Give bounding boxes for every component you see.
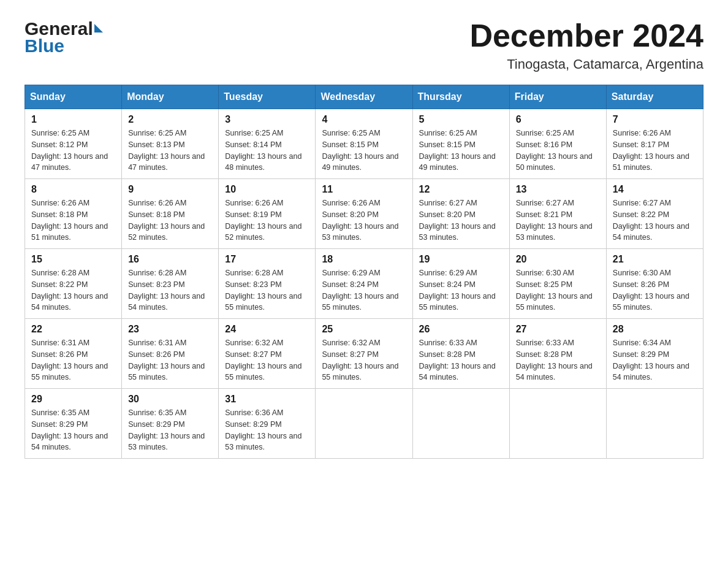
sunset-label: Sunset: 8:15 PM (322, 140, 378, 149)
daylight-label: Daylight: 13 hours and 54 minutes. (31, 432, 108, 452)
sunset-label: Sunset: 8:14 PM (225, 140, 281, 149)
daylight-label: Daylight: 13 hours and 54 minutes. (516, 362, 593, 382)
sunset-label: Sunset: 8:29 PM (128, 420, 184, 429)
sunrise-label: Sunrise: 6:33 AM (419, 339, 477, 347)
header-sunday: Sunday (25, 85, 122, 109)
day-number: 6 (516, 114, 600, 125)
table-row: 6 Sunrise: 6:25 AM Sunset: 8:16 PM Dayli… (509, 109, 606, 179)
day-number: 3 (225, 114, 309, 125)
sunrise-label: Sunrise: 6:25 AM (225, 129, 283, 137)
day-number: 14 (613, 184, 697, 195)
day-number: 18 (322, 254, 406, 265)
day-number: 20 (516, 254, 600, 265)
day-number: 1 (31, 114, 115, 125)
table-row: 18 Sunrise: 6:29 AM Sunset: 8:24 PM Dayl… (316, 249, 412, 319)
table-row: 22 Sunrise: 6:31 AM Sunset: 8:26 PM Dayl… (25, 319, 122, 389)
table-row: 8 Sunrise: 6:26 AM Sunset: 8:18 PM Dayli… (25, 179, 122, 249)
table-row: 11 Sunrise: 6:26 AM Sunset: 8:20 PM Dayl… (316, 179, 412, 249)
daylight-label: Daylight: 13 hours and 54 minutes. (613, 362, 689, 382)
sunset-label: Sunset: 8:20 PM (322, 210, 378, 219)
sunset-label: Sunset: 8:26 PM (128, 350, 184, 359)
sunset-label: Sunset: 8:21 PM (516, 210, 572, 219)
daylight-label: Daylight: 13 hours and 52 minutes. (225, 222, 301, 242)
table-row (316, 389, 412, 459)
sunrise-label: Sunrise: 6:26 AM (225, 199, 283, 207)
day-number: 8 (31, 184, 115, 195)
page-header: General Blue December 2024 Tinogasta, Ca… (25, 18, 703, 72)
sunset-label: Sunset: 8:28 PM (419, 350, 476, 359)
sunrise-label: Sunrise: 6:32 AM (225, 339, 283, 347)
day-number: 12 (419, 184, 503, 195)
table-row: 25 Sunrise: 6:32 AM Sunset: 8:27 PM Dayl… (316, 319, 412, 389)
day-number: 29 (31, 394, 115, 405)
sunrise-label: Sunrise: 6:26 AM (613, 129, 671, 137)
sunset-label: Sunset: 8:25 PM (516, 280, 572, 289)
day-number: 7 (613, 114, 697, 125)
day-info: Sunrise: 6:25 AM Sunset: 8:12 PM Dayligh… (31, 128, 115, 174)
day-info: Sunrise: 6:33 AM Sunset: 8:28 PM Dayligh… (516, 337, 600, 383)
sunrise-label: Sunrise: 6:30 AM (516, 269, 574, 277)
table-row: 3 Sunrise: 6:25 AM Sunset: 8:14 PM Dayli… (219, 109, 316, 179)
day-number: 30 (128, 394, 212, 405)
day-info: Sunrise: 6:35 AM Sunset: 8:29 PM Dayligh… (31, 407, 115, 453)
calendar-header-row: Sunday Monday Tuesday Wednesday Thursday… (25, 85, 703, 109)
day-info: Sunrise: 6:35 AM Sunset: 8:29 PM Dayligh… (128, 407, 212, 453)
day-info: Sunrise: 6:33 AM Sunset: 8:28 PM Dayligh… (419, 337, 503, 383)
daylight-label: Daylight: 13 hours and 48 minutes. (225, 152, 301, 172)
day-number: 25 (322, 324, 406, 335)
sunrise-label: Sunrise: 6:26 AM (128, 199, 186, 207)
sunset-label: Sunset: 8:15 PM (419, 140, 476, 149)
day-info: Sunrise: 6:31 AM Sunset: 8:26 PM Dayligh… (31, 337, 115, 383)
day-info: Sunrise: 6:26 AM Sunset: 8:17 PM Dayligh… (613, 128, 697, 174)
day-number: 11 (322, 184, 406, 195)
daylight-label: Daylight: 13 hours and 55 minutes. (322, 292, 398, 312)
sunset-label: Sunset: 8:20 PM (419, 210, 476, 219)
table-row: 19 Sunrise: 6:29 AM Sunset: 8:24 PM Dayl… (412, 249, 509, 319)
day-number: 28 (613, 324, 697, 335)
day-info: Sunrise: 6:25 AM Sunset: 8:15 PM Dayligh… (322, 128, 406, 174)
daylight-label: Daylight: 13 hours and 55 minutes. (31, 362, 108, 382)
calendar-week-1: 1 Sunrise: 6:25 AM Sunset: 8:12 PM Dayli… (25, 109, 703, 179)
daylight-label: Daylight: 13 hours and 51 minutes. (613, 152, 689, 172)
sunrise-label: Sunrise: 6:27 AM (419, 199, 477, 207)
daylight-label: Daylight: 13 hours and 51 minutes. (31, 222, 108, 242)
daylight-label: Daylight: 13 hours and 53 minutes. (516, 222, 593, 242)
sunset-label: Sunset: 8:18 PM (31, 210, 88, 219)
day-number: 21 (613, 254, 697, 265)
table-row: 10 Sunrise: 6:26 AM Sunset: 8:19 PM Dayl… (219, 179, 316, 249)
day-info: Sunrise: 6:28 AM Sunset: 8:23 PM Dayligh… (128, 267, 212, 313)
sunset-label: Sunset: 8:27 PM (225, 350, 281, 359)
table-row: 12 Sunrise: 6:27 AM Sunset: 8:20 PM Dayl… (412, 179, 509, 249)
day-number: 2 (128, 114, 212, 125)
day-info: Sunrise: 6:26 AM Sunset: 8:20 PM Dayligh… (322, 197, 406, 243)
day-info: Sunrise: 6:29 AM Sunset: 8:24 PM Dayligh… (322, 267, 406, 313)
sunrise-label: Sunrise: 6:35 AM (128, 408, 186, 417)
sunset-label: Sunset: 8:17 PM (613, 140, 669, 149)
month-year-title: December 2024 (469, 18, 703, 53)
header-friday: Friday (509, 85, 606, 109)
title-section: December 2024 Tinogasta, Catamarca, Arge… (469, 18, 703, 72)
sunset-label: Sunset: 8:24 PM (419, 280, 476, 289)
sunrise-label: Sunrise: 6:25 AM (322, 129, 380, 137)
table-row: 1 Sunrise: 6:25 AM Sunset: 8:12 PM Dayli… (25, 109, 122, 179)
sunrise-label: Sunrise: 6:25 AM (31, 129, 89, 137)
day-info: Sunrise: 6:28 AM Sunset: 8:23 PM Dayligh… (225, 267, 309, 313)
day-info: Sunrise: 6:32 AM Sunset: 8:27 PM Dayligh… (322, 337, 406, 383)
table-row (412, 389, 509, 459)
sunset-label: Sunset: 8:26 PM (31, 350, 88, 359)
daylight-label: Daylight: 13 hours and 53 minutes. (419, 222, 496, 242)
table-row: 24 Sunrise: 6:32 AM Sunset: 8:27 PM Dayl… (219, 319, 316, 389)
daylight-label: Daylight: 13 hours and 55 minutes. (516, 292, 593, 312)
sunrise-label: Sunrise: 6:29 AM (419, 269, 477, 277)
daylight-label: Daylight: 13 hours and 53 minutes. (225, 432, 301, 452)
logo-blue-text: Blue (25, 36, 103, 56)
table-row: 31 Sunrise: 6:36 AM Sunset: 8:29 PM Dayl… (219, 389, 316, 459)
sunrise-label: Sunrise: 6:29 AM (322, 269, 380, 277)
daylight-label: Daylight: 13 hours and 55 minutes. (225, 362, 301, 382)
day-info: Sunrise: 6:26 AM Sunset: 8:18 PM Dayligh… (31, 197, 115, 243)
header-wednesday: Wednesday (316, 85, 412, 109)
daylight-label: Daylight: 13 hours and 49 minutes. (322, 152, 398, 172)
day-number: 26 (419, 324, 503, 335)
sunset-label: Sunset: 8:22 PM (613, 210, 669, 219)
sunset-label: Sunset: 8:18 PM (128, 210, 184, 219)
